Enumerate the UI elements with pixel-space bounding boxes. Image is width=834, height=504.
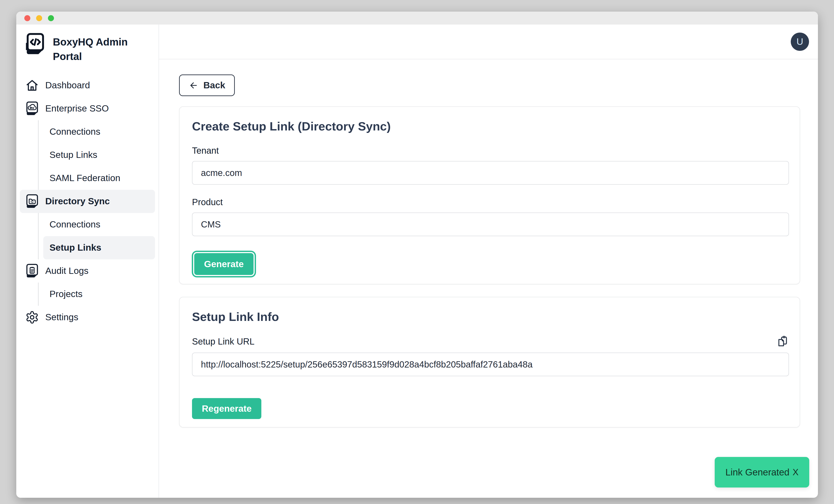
user-avatar[interactable]: U [791,32,809,51]
sidebar-item-label: Enterprise SSO [45,103,109,114]
sidebar-item-label: SAML Federation [49,173,120,183]
setup-link-info-card: Setup Link Info Setup Link URL [179,297,800,428]
link-generated-toast: Link Generated X [715,457,809,487]
toast-close-button[interactable]: X [792,467,798,477]
gear-icon [25,310,39,325]
sidebar-item-label: Projects [49,289,83,299]
product-input[interactable] [192,213,789,236]
sidebar-item-label: Connections [49,127,100,137]
sidebar-item-label: Dashboard [45,80,90,90]
sidebar-dsync-subgroup: Connections Setup Links [38,213,155,259]
tenant-input[interactable] [192,161,789,185]
create-card-title: Create Setup Link (Directory Sync) [192,119,789,133]
brand-code-card-icon [25,32,45,56]
app-body: BoxyHQ Admin Portal Dashboard [16,24,818,498]
tenant-label: Tenant [192,146,789,156]
sidebar-item-label: Connections [49,219,100,230]
create-setup-link-card: Create Setup Link (Directory Sync) Tenan… [179,106,800,284]
brand: BoxyHQ Admin Portal [20,32,155,64]
brand-title: BoxyHQ Admin Portal [53,32,154,64]
sidebar-item-directory-sync[interactable]: Directory Sync [20,190,155,213]
directory-folder-icon [25,194,39,209]
sidebar-item-label: Audit Logs [45,266,89,276]
sidebar-item-saml-federation[interactable]: SAML Federation [43,167,155,190]
generate-button[interactable]: Generate [194,253,254,275]
sidebar-item-label: Settings [45,312,78,323]
sidebar-item-settings[interactable]: Settings [20,306,155,329]
sidebar-item-label: Setup Links [49,150,97,160]
sidebar-sso-subgroup: Connections Setup Links SAML Federation [38,120,155,190]
page-content: Back Create Setup Link (Directory Sync) … [159,59,818,498]
sidebar: BoxyHQ Admin Portal Dashboard [16,24,159,498]
sidebar-item-dsync-connections[interactable]: Connections [43,213,155,236]
main-area: U Back Create Setup Link (Directory Sync… [159,24,818,498]
copy-clipboard-icon [776,345,789,348]
sidebar-item-projects[interactable]: Projects [43,283,155,306]
sidebar-item-dashboard[interactable]: Dashboard [20,74,155,97]
sidebar-item-label: Directory Sync [45,196,110,206]
sso-cloud-key-icon [25,101,39,116]
sidebar-item-enterprise-sso[interactable]: Enterprise SSO [20,97,155,120]
setup-link-url-input[interactable] [192,353,789,376]
product-label: Product [192,197,789,207]
window-titlebar [16,12,818,24]
audit-clipboard-icon [25,264,39,278]
traffic-light-close-button[interactable] [24,15,30,21]
arrow-left-icon [189,81,198,90]
back-button-label: Back [203,80,225,90]
copy-button[interactable] [776,335,789,348]
back-button[interactable]: Back [179,74,235,96]
regenerate-button[interactable]: Regenerate [192,398,261,419]
sidebar-audit-subgroup: Projects [38,283,155,306]
home-icon [25,78,39,93]
setup-link-url-label: Setup Link URL [192,336,255,347]
traffic-light-minimize-button[interactable] [36,15,42,21]
sidebar-nav: Dashboard Enterprise SSO [20,74,155,329]
app-window: BoxyHQ Admin Portal Dashboard [16,12,818,498]
toast-message: Link Generated [725,467,789,478]
sidebar-item-sso-setup-links[interactable]: Setup Links [43,144,155,167]
sidebar-item-label: Setup Links [49,242,101,253]
info-card-title: Setup Link Info [192,310,789,324]
sidebar-item-sso-connections[interactable]: Connections [43,120,155,144]
sidebar-item-audit-logs[interactable]: Audit Logs [20,259,155,283]
traffic-light-zoom-button[interactable] [48,15,54,21]
sidebar-item-dsync-setup-links[interactable]: Setup Links [43,236,155,259]
setup-link-url-row: Setup Link URL [192,335,789,348]
top-header: U [159,24,818,59]
